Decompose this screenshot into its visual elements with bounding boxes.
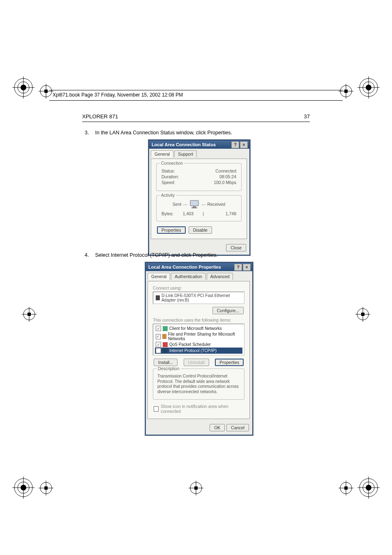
description-label: Description xyxy=(157,366,181,371)
list-item[interactable]: ✓ QoS Packet Scheduler xyxy=(155,341,242,348)
properties-button[interactable]: Properties xyxy=(215,359,244,366)
show-icon-label: Show icon in notification area when conn… xyxy=(161,404,244,414)
list-item-selected[interactable]: ✓ Internet Protocol (TCP/IP) xyxy=(155,348,242,354)
cancel-button[interactable]: Cancel xyxy=(226,424,249,431)
step-number: 4. xyxy=(85,252,94,258)
registration-target-icon xyxy=(357,477,380,499)
dash: — xyxy=(201,202,206,207)
frame-top-rule xyxy=(49,90,343,90)
registration-target-icon xyxy=(12,477,35,499)
checkbox-icon[interactable]: ✓ xyxy=(156,348,161,353)
checkbox-icon[interactable]: ✓ xyxy=(156,334,161,339)
step-body: In the LAN Area Connection Status window… xyxy=(95,130,232,136)
step-4: 4. Select Internet Protocol (TCP/IP) and… xyxy=(85,252,218,258)
svg-rect-48 xyxy=(190,200,198,206)
bytes-received: 1,748 xyxy=(207,211,236,216)
tab-advanced[interactable]: Advanced xyxy=(207,273,233,280)
registration-target-icon xyxy=(12,76,35,99)
sent-label: Sent xyxy=(173,202,182,207)
service-icon xyxy=(163,342,168,347)
svg-rect-50 xyxy=(191,207,197,208)
dialog-titlebar[interactable]: Local Area Connection Status ? × xyxy=(149,140,249,149)
service-icon xyxy=(162,334,166,339)
crosshair-icon xyxy=(39,84,53,99)
speed-label: Speed: xyxy=(161,180,175,185)
step-number: 3. xyxy=(85,130,94,136)
client-icon xyxy=(163,326,168,331)
help-button[interactable]: ? xyxy=(231,141,239,148)
frame-bottom-rule xyxy=(49,100,343,101)
tab-general[interactable]: General xyxy=(151,150,173,157)
svg-rect-49 xyxy=(193,206,196,207)
dialog-title: Local Area Connection Properties xyxy=(148,265,221,269)
duration-value: 08:05:24 xyxy=(219,174,236,179)
crosshair-icon xyxy=(189,481,203,495)
speed-value: 100.0 Mbps xyxy=(214,180,236,185)
dialog-title: Local Area Connection Status xyxy=(152,142,216,147)
adapter-name: D-Link DFE-530TX PCI Fast Ethernet Adapt… xyxy=(161,293,242,302)
duration-label: Duration: xyxy=(161,174,179,179)
group-activity: Activity xyxy=(160,193,176,198)
crosshair-icon xyxy=(22,307,37,322)
list-item-label: Client for Microsoft Networks xyxy=(169,326,222,331)
dialog-titlebar[interactable]: Local Area Connection Properties ? × xyxy=(146,263,252,271)
list-item-label: QoS Packet Scheduler xyxy=(169,342,211,347)
checkbox-icon[interactable]: ✓ xyxy=(156,326,161,331)
tab-support[interactable]: Support xyxy=(174,150,197,157)
configure-button[interactable]: Configure... xyxy=(212,307,244,314)
step-3: 3. In the LAN Area Connection Status win… xyxy=(85,130,232,136)
received-label: Received xyxy=(207,202,225,207)
install-button[interactable]: Install... xyxy=(154,359,178,366)
activity-monitor-icon xyxy=(189,200,200,209)
bytes-label: Bytes: xyxy=(161,211,173,216)
uses-items-label: This connection uses the following items… xyxy=(153,318,244,322)
protocol-icon xyxy=(163,348,168,353)
properties-button[interactable]: Properties xyxy=(157,226,186,234)
list-item-label: Internet Protocol (TCP/IP) xyxy=(169,348,217,353)
ok-button[interactable]: OK xyxy=(210,424,225,431)
registration-target-icon xyxy=(357,76,380,99)
checkbox-icon[interactable]: ✓ xyxy=(156,342,161,347)
status-value: Connected xyxy=(215,168,236,173)
show-icon-checkbox[interactable] xyxy=(154,406,159,412)
page-header-rule xyxy=(82,122,310,122)
bytes-sent: 1,403 xyxy=(173,211,203,216)
group-connection: Connection xyxy=(160,161,184,166)
components-list[interactable]: ✓ Client for Microsoft Networks ✓ File a… xyxy=(153,324,244,355)
close-button[interactable]: × xyxy=(243,264,251,271)
frame-header-text: Xpl871.book Page 37 Friday, November 15,… xyxy=(53,92,183,98)
list-item-label: File and Printer Sharing for Microsoft N… xyxy=(168,332,242,341)
status-label: Status: xyxy=(161,168,175,173)
nic-icon xyxy=(156,295,160,300)
description-text: Transmission Control Protocol/Internet P… xyxy=(157,374,240,394)
list-item[interactable]: ✓ Client for Microsoft Networks xyxy=(155,325,242,332)
crosshair-icon xyxy=(39,481,53,495)
connect-using-label: Connect using: xyxy=(153,286,244,290)
crosshair-icon xyxy=(339,84,353,99)
page-title: XPLORER 871 xyxy=(82,113,118,120)
dash: — xyxy=(183,202,187,207)
help-button[interactable]: ? xyxy=(234,264,242,271)
tab-authentication[interactable]: Authentication xyxy=(171,273,206,280)
tab-general[interactable]: General xyxy=(148,273,170,280)
list-item[interactable]: ✓ File and Printer Sharing for Microsoft… xyxy=(155,332,242,341)
uninstall-button[interactable]: Uninstall xyxy=(184,359,209,366)
crosshair-icon xyxy=(355,307,370,322)
close-button[interactable]: × xyxy=(240,141,248,148)
adapter-field: D-Link DFE-530TX PCI Fast Ethernet Adapt… xyxy=(153,292,244,304)
close-dialog-button[interactable]: Close xyxy=(226,244,246,251)
disable-button[interactable]: Disable xyxy=(189,226,212,234)
crosshair-icon xyxy=(339,481,353,495)
page-number: 37 xyxy=(304,113,310,120)
step-body: Select Internet Protocol (TCP/IP) and cl… xyxy=(95,252,217,258)
